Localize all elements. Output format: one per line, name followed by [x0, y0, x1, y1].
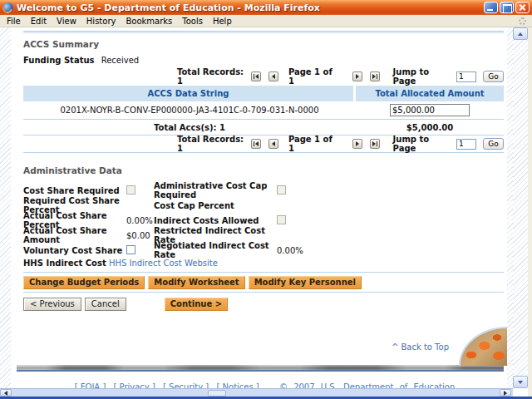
scroll-right-button[interactable] — [500, 389, 511, 397]
voluntary-cost-share-checkbox[interactable] — [126, 245, 135, 254]
metallic-divider-bar — [17, 365, 504, 372]
menu-edit[interactable]: Edit — [26, 17, 52, 26]
col-accs-data-string: ACCS Data String — [23, 86, 353, 101]
maximize-button[interactable] — [500, 2, 514, 13]
go-button[interactable]: Go — [483, 71, 504, 82]
scroll-up-button[interactable] — [513, 27, 528, 40]
total-records-label: Total Records: 1 — [177, 135, 244, 153]
firefox-icon — [2, 2, 13, 13]
first-page-button[interactable] — [251, 71, 261, 81]
funding-status-row: Funding Status Received — [23, 56, 504, 65]
menu-view[interactable]: View — [52, 17, 81, 26]
change-budget-periods-button[interactable]: Change Budget Periods — [23, 276, 145, 289]
prev-page-icon — [272, 74, 275, 79]
prev-page-button[interactable] — [268, 139, 278, 149]
menu-help[interactable]: Help — [208, 17, 237, 26]
scroll-down-button[interactable] — [513, 376, 528, 388]
browser-window: Welcome to G5 - Department of Education … — [0, 0, 532, 399]
page-indicator: Page 1 of 1 — [288, 135, 335, 153]
jump-to-page-label: Jump to Page — [393, 67, 448, 86]
pagination-bar-top: Total Records: 1 Page 1 of 1 Jump to Pag… — [23, 70, 504, 83]
horizontal-scroll-thumb[interactable] — [208, 390, 226, 397]
next-page-icon — [356, 74, 359, 79]
cost-cap-percent-label: Cost Cap Percent — [154, 201, 277, 210]
total-amount-value: $5,000.00 — [356, 123, 504, 132]
arrow-down-icon — [518, 381, 523, 384]
actual-cost-share-percent-value: 0.00% — [126, 216, 154, 225]
horizontal-scrollbar[interactable] — [0, 388, 513, 397]
administrative-data-heading: Administrative Data — [23, 165, 504, 175]
accs-summary-heading: ACCS Summary — [23, 39, 504, 49]
table-total-row: Total Accs(s): 1 $5,000.00 — [23, 120, 504, 135]
page-viewport: ACCS Summary Funding Status Received Tot… — [0, 27, 532, 388]
prev-page-button[interactable] — [268, 71, 278, 81]
jump-to-page-input[interactable] — [456, 71, 476, 82]
page-bottom-area: ^ Back to Top — [23, 313, 504, 365]
jump-to-page-input[interactable] — [456, 139, 476, 150]
negotiated-indirect-cost-rate-label: Negotiated Indirect Cost Rate — [154, 241, 277, 259]
accs-data-string-value: 0201X-NOYR-B-CONV-EP000000-JA3-4101C-0-7… — [23, 106, 356, 115]
table-row: 0201X-NOYR-B-CONV-EP000000-JA3-4101C-0-7… — [23, 101, 504, 120]
left-hatch-border — [0, 27, 11, 388]
total-accs-label: Total Accs(s): 1 — [23, 123, 356, 132]
menu-bar: File Edit View History Bookmarks Tools H… — [0, 15, 532, 27]
col-total-allocated-amount: Total Allocated Amount — [356, 86, 504, 101]
indirect-costs-allowed-checkbox — [277, 215, 286, 224]
voluntary-cost-share-label: Voluntary Cost Share — [23, 246, 126, 255]
throbber-icon — [519, 17, 526, 25]
action-button-row: Change Budget Periods Modify Worksheet M… — [23, 275, 504, 289]
page-indicator: Page 1 of 1 — [288, 67, 335, 86]
cancel-button[interactable]: Cancel — [85, 298, 126, 311]
last-page-button[interactable] — [370, 139, 380, 149]
divider — [23, 292, 504, 293]
menu-history[interactable]: History — [81, 17, 121, 26]
window-right-edge — [528, 27, 532, 397]
total-records-label: Total Records: 1 — [177, 67, 244, 86]
negotiated-indirect-cost-rate-value: 0.00% — [277, 246, 343, 255]
hhs-indirect-cost-website-link[interactable]: HHS Indirect Cost Website — [109, 259, 218, 268]
funding-status-label: Funding Status — [23, 56, 95, 65]
scroll-left-button[interactable] — [0, 389, 12, 397]
navigation-button-row: < Previous Cancel Continue > — [23, 297, 504, 311]
divider — [23, 272, 504, 273]
menu-bookmarks[interactable]: Bookmarks — [121, 17, 177, 26]
top-divider — [23, 31, 504, 33]
allocated-amount-input[interactable] — [390, 104, 470, 116]
previous-button[interactable]: < Previous — [23, 298, 81, 311]
last-page-button[interactable] — [370, 71, 380, 81]
right-hatch-border — [507, 27, 513, 388]
admin-cost-cap-required-label: Administrative Cost Cap Required — [154, 181, 277, 200]
next-page-button[interactable] — [352, 71, 362, 81]
menu-tools[interactable]: Tools — [177, 17, 208, 26]
arrow-up-icon — [518, 32, 523, 36]
modify-worksheet-button[interactable]: Modify Worksheet — [148, 276, 244, 289]
accs-table: ACCS Data String Total Allocated Amount … — [23, 86, 504, 135]
classroom-chairs-photo — [459, 327, 507, 366]
indirect-costs-allowed-label: Indirect Costs Allowed — [154, 216, 277, 225]
go-button[interactable]: Go — [483, 138, 504, 150]
back-to-top-link[interactable]: ^ Back to Top — [392, 342, 449, 352]
hhs-indirect-cost-row: HHS Indirect Cost HHS Indirect Cost Webs… — [23, 259, 504, 268]
modify-key-personnel-button[interactable]: Modify Key Personnel — [249, 276, 362, 289]
first-page-icon — [254, 74, 254, 79]
window-controls — [484, 2, 530, 13]
title-bar: Welcome to G5 - Department of Education … — [0, 0, 532, 15]
cost-share-required-label: Cost Share Required — [23, 186, 126, 195]
first-page-button[interactable] — [251, 139, 261, 149]
page-content: ACCS Summary Funding Status Received Tot… — [11, 27, 507, 388]
accs-table-header: ACCS Data String Total Allocated Amount — [23, 86, 504, 101]
menu-file[interactable]: File — [2, 17, 26, 26]
admin-cost-cap-required-checkbox — [277, 185, 286, 195]
minimize-button[interactable] — [484, 2, 498, 13]
next-page-button[interactable] — [352, 139, 362, 149]
window-title: Welcome to G5 - Department of Education … — [17, 2, 484, 13]
hhs-indirect-cost-label: HHS Indirect Cost — [23, 259, 106, 268]
cost-share-required-checkbox — [126, 185, 135, 195]
vertical-scrollbar[interactable] — [513, 27, 528, 388]
arrow-right-icon — [504, 391, 507, 396]
pagination-bar-bottom: Total Records: 1 Page 1 of 1 Jump to Pag… — [23, 137, 504, 150]
close-button[interactable] — [515, 2, 530, 13]
continue-button[interactable]: Continue > — [165, 298, 228, 311]
jump-to-page-label: Jump to Page — [393, 135, 448, 153]
actual-cost-share-amount-label: Actual Cost Share Amount — [23, 226, 126, 244]
